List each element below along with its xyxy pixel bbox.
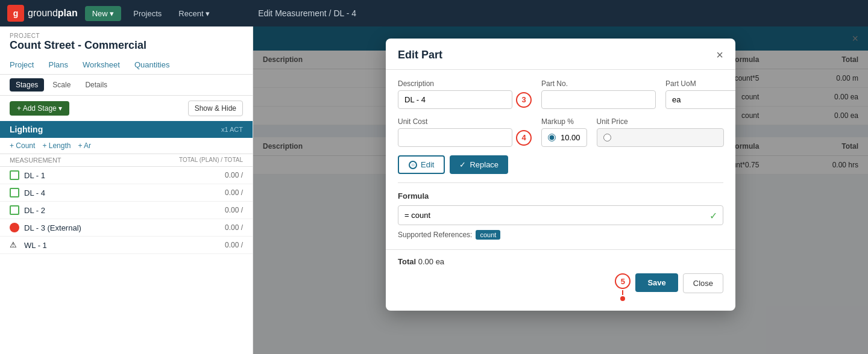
logo-text: groundplan bbox=[28, 8, 78, 19]
markup-radio[interactable] bbox=[548, 134, 556, 141]
measurement-value: 0.00 / bbox=[225, 241, 243, 249]
measurement-name: DL - 4 bbox=[24, 188, 225, 197]
measurement-name: WL - 1 bbox=[24, 241, 225, 250]
markup-label: Markup % bbox=[541, 117, 587, 126]
project-header: PROJECT Count Street - Commercial bbox=[0, 26, 253, 52]
total-line: Total 0.00 ea bbox=[398, 257, 723, 266]
measurement-value: 0.00 / bbox=[225, 171, 243, 179]
logo-icon: g bbox=[7, 5, 24, 22]
modal-actions: 5 Save Close bbox=[398, 273, 723, 301]
right-panel: Description st Unit Price Formula Total … bbox=[253, 26, 868, 354]
unit-price-label: Unit Price bbox=[597, 117, 724, 126]
sub-navigation: Project Plans Worksheet Quantities bbox=[0, 52, 253, 75]
checkbox-icon bbox=[10, 170, 19, 180]
warning-icon: ⚠ bbox=[10, 240, 19, 250]
list-item[interactable]: DL - 3 (External) 0.00 / bbox=[0, 219, 253, 237]
unit-price-group: Unit Price bbox=[597, 117, 724, 147]
description-input[interactable] bbox=[398, 90, 512, 109]
new-button[interactable]: New ▾ bbox=[85, 6, 122, 21]
form-row-1: Description 3 Part No. bbox=[398, 79, 723, 109]
description-group: Description 3 bbox=[398, 79, 532, 109]
modal-close-button[interactable]: × bbox=[716, 48, 723, 62]
part-no-input[interactable] bbox=[541, 90, 656, 109]
tab-stages[interactable]: Stages bbox=[10, 78, 44, 92]
annotation-4: 4 bbox=[516, 130, 532, 146]
edit-part-modal: Edit Part × Description 3 bbox=[386, 39, 735, 311]
add-stage-button[interactable]: + Add Stage ▾ bbox=[10, 101, 69, 116]
markup-group: Markup % 10.00 bbox=[541, 117, 587, 147]
project-label: PROJECT bbox=[10, 33, 243, 39]
replace-check-icon: ✓ bbox=[459, 160, 466, 169]
column-headers: MEASUREMENT TOTAL (PLAN) / TOTAL bbox=[0, 154, 253, 167]
modal-body: Description 3 Part No. bbox=[386, 70, 735, 249]
sidebar: PROJECT Count Street - Commercial Projec… bbox=[0, 26, 253, 354]
markup-radio-input: 10.00 bbox=[541, 128, 587, 147]
stage-row: + Add Stage ▾ Show & Hide bbox=[0, 96, 253, 121]
subnav-project[interactable]: Project bbox=[10, 57, 41, 74]
edit-replace-row: ○ Edit ✓ Replace bbox=[398, 155, 723, 174]
red-dot-icon bbox=[10, 223, 19, 232]
tabs-row: Stages Scale Details bbox=[0, 75, 253, 96]
subnav-plans[interactable]: Plans bbox=[41, 57, 75, 74]
edit-radio-icon: ○ bbox=[409, 161, 417, 169]
checkbox-icon bbox=[10, 205, 19, 215]
formula-input-wrap: ✓ bbox=[398, 205, 723, 225]
part-uom-label: Part UoM bbox=[665, 79, 735, 88]
list-item[interactable]: DL - 2 0.00 / bbox=[0, 202, 253, 219]
measurement-name: DL - 2 bbox=[24, 206, 225, 215]
page-title-nav: Edit Measurement / DL - 4 bbox=[258, 8, 356, 18]
part-uom-input[interactable] bbox=[665, 90, 735, 109]
tab-scale[interactable]: Scale bbox=[46, 78, 77, 92]
total-label: Total bbox=[398, 257, 416, 266]
markup-value: 10.00 bbox=[561, 133, 580, 142]
supported-refs: Supported References: count bbox=[398, 230, 723, 240]
unit-cost-input[interactable] bbox=[398, 128, 512, 147]
project-name: Count Street - Commercial bbox=[10, 39, 243, 52]
nav-recent[interactable]: Recent ▾ bbox=[174, 9, 215, 18]
modal-footer: Total 0.00 ea 5 Save Close bbox=[386, 249, 735, 311]
count-button[interactable]: + Count bbox=[10, 141, 35, 150]
subnav-worksheet[interactable]: Worksheet bbox=[75, 57, 127, 74]
measurement-value: 0.00 / bbox=[225, 223, 243, 232]
replace-button-label: Replace bbox=[470, 160, 498, 169]
logo-area: g groundplan bbox=[7, 5, 78, 22]
checkbox-icon bbox=[10, 188, 19, 197]
lighting-header: Lighting x1 ACT bbox=[0, 121, 253, 138]
unit-price-radio[interactable] bbox=[603, 134, 611, 141]
count-row: + Count + Length + Ar bbox=[0, 138, 253, 154]
lighting-title: Lighting bbox=[10, 125, 43, 134]
unit-price-input[interactable] bbox=[616, 133, 717, 142]
unit-cost-group: Unit Cost 4 bbox=[398, 117, 532, 147]
col-measurement-header: MEASUREMENT bbox=[10, 157, 179, 164]
save-button[interactable]: Save bbox=[635, 273, 678, 292]
list-item[interactable]: ⚠ WL - 1 0.00 / bbox=[0, 237, 253, 254]
description-label: Description bbox=[398, 79, 532, 88]
replace-button[interactable]: ✓ Replace bbox=[450, 155, 508, 174]
form-row-2: Unit Cost 4 Markup % 10.00 bbox=[398, 117, 723, 147]
annotation-5: 5 bbox=[615, 273, 631, 289]
list-item[interactable]: DL - 4 0.00 / bbox=[0, 184, 253, 202]
tab-details[interactable]: Details bbox=[79, 78, 113, 92]
col-total-header: TOTAL (PLAN) / TOTAL bbox=[179, 157, 243, 164]
subnav-quantities[interactable]: Quantities bbox=[127, 57, 177, 74]
length-button[interactable]: + Length bbox=[42, 141, 71, 150]
unit-price-radio-input bbox=[597, 128, 724, 147]
show-hide-button[interactable]: Show & Hide bbox=[188, 101, 243, 116]
measurement-name: DL - 3 (External) bbox=[24, 223, 225, 232]
measurement-value: 0.00 / bbox=[225, 188, 243, 197]
modal-title: Edit Part bbox=[398, 49, 442, 61]
supported-refs-label: Supported References: bbox=[398, 231, 472, 239]
list-item[interactable]: DL - 1 0.00 / bbox=[0, 167, 253, 184]
part-no-group: Part No. bbox=[541, 79, 656, 109]
formula-input[interactable] bbox=[398, 205, 723, 225]
ref-badge-count: count bbox=[476, 230, 500, 240]
edit-button[interactable]: ○ Edit bbox=[398, 155, 445, 174]
part-uom-group: Part UoM bbox=[665, 79, 735, 109]
close-button[interactable]: Close bbox=[683, 273, 723, 293]
area-button[interactable]: + Ar bbox=[78, 141, 91, 150]
nav-projects[interactable]: Projects bbox=[128, 9, 166, 18]
formula-valid-icon: ✓ bbox=[709, 210, 717, 221]
modal-header: Edit Part × bbox=[386, 39, 735, 70]
measurement-value: 0.00 / bbox=[225, 206, 243, 214]
unit-cost-label: Unit Cost bbox=[398, 117, 532, 126]
